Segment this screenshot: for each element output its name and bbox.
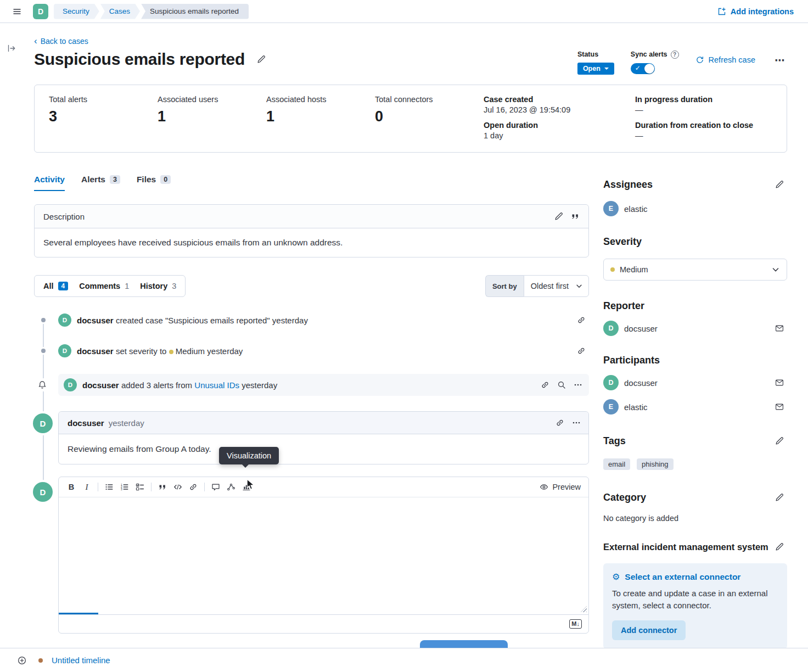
unusual-ids-link[interactable]: Unusual IDs bbox=[194, 380, 239, 390]
participant-row: D docsuser bbox=[603, 375, 787, 390]
metric-associated-users: Associated users 1 bbox=[158, 95, 266, 125]
new-comment-editor: D B I bbox=[58, 477, 589, 634]
hamburger-menu-icon[interactable] bbox=[9, 3, 25, 20]
italic-icon[interactable]: I bbox=[80, 480, 94, 494]
edit-external-icon[interactable] bbox=[772, 539, 787, 555]
case-actions-icon[interactable]: ⋯ bbox=[772, 53, 787, 68]
ordered-list-icon[interactable] bbox=[117, 480, 132, 494]
copy-link-icon[interactable] bbox=[552, 415, 568, 430]
activity-timeline: D docsuser created case "Suspicious emai… bbox=[34, 312, 589, 634]
untitled-timeline-link[interactable]: Untitled timeline bbox=[52, 656, 110, 665]
preview-button[interactable]: Preview bbox=[540, 483, 583, 491]
description-panel: Description Several employees have recei… bbox=[34, 204, 589, 257]
event-text: docsuser set severity to Medium yesterda… bbox=[77, 346, 243, 356]
severity-dot bbox=[610, 267, 615, 272]
back-to-cases-link[interactable]: ‹ Back to cases bbox=[34, 36, 88, 46]
case-tabs: Activity Alerts 3 Files 0 bbox=[34, 175, 589, 191]
case-sidebar: Assignees E elastic Severity Medium Repo… bbox=[603, 175, 787, 649]
filter-comments[interactable]: Comments 1 bbox=[79, 282, 129, 290]
code-icon[interactable] bbox=[171, 480, 185, 494]
filter-history[interactable]: History 3 bbox=[140, 282, 176, 290]
refresh-icon bbox=[695, 55, 704, 64]
quote-description-icon[interactable] bbox=[568, 209, 583, 224]
case-dates-column: Case created Jul 16, 2023 @ 19:54:09 Ope… bbox=[484, 95, 621, 147]
task-list-icon[interactable] bbox=[133, 480, 147, 494]
mail-icon[interactable] bbox=[772, 375, 787, 390]
tag-badge: email bbox=[603, 458, 630, 470]
add-integrations-icon bbox=[717, 7, 726, 16]
edit-category-icon[interactable] bbox=[772, 490, 787, 505]
timeline-bottom-bar: Untitled timeline bbox=[0, 648, 808, 672]
sync-alerts-help-icon[interactable]: ? bbox=[671, 51, 679, 59]
copy-link-icon[interactable] bbox=[537, 377, 553, 393]
gear-icon: ⚙ bbox=[612, 573, 620, 581]
investigate-icon[interactable] bbox=[554, 377, 569, 393]
status-badge[interactable]: Open bbox=[577, 63, 614, 75]
edit-title-icon[interactable] bbox=[254, 52, 269, 67]
alert-actions-icon[interactable] bbox=[570, 377, 586, 393]
comment-text: Reviewing emails from Group A today. bbox=[59, 434, 588, 464]
files-count-badge: 0 bbox=[160, 175, 171, 184]
status-block: Status Open bbox=[577, 50, 614, 75]
space-avatar[interactable]: D bbox=[33, 4, 48, 19]
comment-actions-icon[interactable] bbox=[569, 415, 584, 430]
attach-timeline-icon[interactable] bbox=[14, 653, 30, 668]
visualization-tooltip: Visualization bbox=[219, 447, 279, 464]
tag-badge: phishing bbox=[637, 458, 673, 470]
quote-icon[interactable] bbox=[155, 480, 170, 494]
mail-icon[interactable] bbox=[772, 321, 787, 336]
all-count-badge: 4 bbox=[58, 282, 69, 290]
mail-icon[interactable] bbox=[772, 399, 787, 415]
comment-author: docsuser bbox=[68, 418, 104, 428]
copy-link-icon[interactable] bbox=[574, 343, 589, 359]
graph-icon[interactable] bbox=[224, 480, 238, 494]
page-title: Suspicious emails reported bbox=[34, 50, 269, 69]
add-connector-button[interactable]: Add connector bbox=[612, 620, 686, 640]
breadcrumb-current-case: Suspicious emails reported bbox=[141, 4, 249, 19]
edit-tags-icon[interactable] bbox=[772, 433, 787, 449]
top-navigation-bar: D Security Cases Suspicious emails repor… bbox=[0, 0, 808, 23]
sync-alerts-toggle[interactable]: ✓ bbox=[631, 63, 655, 74]
external-system-title: External incident management system bbox=[603, 542, 768, 552]
participant-row: E elastic bbox=[603, 399, 787, 415]
participants-title: Participants bbox=[603, 355, 787, 366]
add-integrations-link[interactable]: Add integrations bbox=[717, 7, 794, 16]
breadcrumb-security[interactable]: Security bbox=[54, 4, 99, 19]
event-added-alerts: D docsuser added 3 alerts from Unusual I… bbox=[34, 374, 589, 396]
comment-icon[interactable] bbox=[209, 480, 223, 494]
alerts-count-badge: 3 bbox=[110, 175, 120, 184]
sort-order-select[interactable]: Oldest first bbox=[524, 275, 589, 297]
breadcrumb-cases[interactable]: Cases bbox=[100, 4, 140, 19]
tab-alerts[interactable]: Alerts 3 bbox=[81, 175, 120, 191]
copy-link-icon[interactable] bbox=[574, 312, 589, 328]
comment-timestamp: yesterday bbox=[109, 418, 144, 428]
markdown-icon: M↓ bbox=[569, 619, 582, 629]
expand-sidebar-icon[interactable] bbox=[5, 42, 18, 55]
sort-by-label: Sort by bbox=[485, 275, 524, 297]
category-empty-text: No category is added bbox=[603, 514, 787, 523]
event-text: docsuser created case "Suspicious emails… bbox=[77, 316, 308, 325]
timeline-dot bbox=[41, 318, 46, 322]
filter-all[interactable]: All 4 bbox=[43, 282, 68, 290]
event-created-case: D docsuser created case "Suspicious emai… bbox=[34, 312, 589, 328]
tab-activity[interactable]: Activity bbox=[34, 175, 65, 191]
external-connector-help-text: To create and update a case in an extern… bbox=[612, 587, 778, 612]
refresh-case-link[interactable]: Refresh case bbox=[695, 55, 755, 64]
sort-control: Sort by Oldest first bbox=[485, 275, 589, 297]
unordered-list-icon[interactable] bbox=[102, 480, 116, 494]
link-icon[interactable] bbox=[186, 480, 200, 494]
severity-select[interactable]: Medium bbox=[603, 259, 787, 281]
category-title: Category bbox=[603, 492, 646, 503]
tags-title: Tags bbox=[603, 435, 626, 447]
comment-textarea[interactable] bbox=[59, 497, 588, 614]
edit-description-icon[interactable] bbox=[551, 209, 566, 224]
select-connector-link[interactable]: ⚙ Select an external connector bbox=[612, 572, 778, 582]
chevron-down-icon bbox=[575, 282, 583, 290]
preview-eye-icon bbox=[540, 483, 548, 491]
sync-alerts-label: Sync alerts bbox=[631, 51, 667, 58]
case-metrics-panel: Total alerts 3 Associated users 1 Associ… bbox=[34, 85, 787, 153]
tab-files[interactable]: Files 0 bbox=[137, 175, 171, 191]
severity-title: Severity bbox=[603, 236, 787, 248]
edit-assignees-icon[interactable] bbox=[772, 177, 787, 192]
bold-icon[interactable]: B bbox=[64, 480, 78, 494]
